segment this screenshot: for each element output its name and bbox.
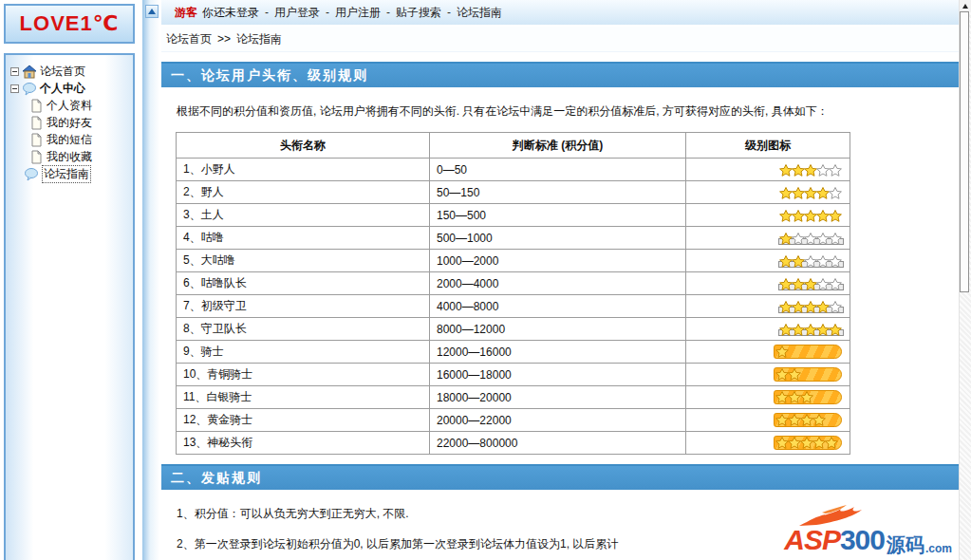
- star-icon: [792, 210, 805, 222]
- separator: -: [447, 6, 451, 19]
- collapse-box-icon[interactable]: [10, 84, 19, 93]
- star-icon: [804, 278, 817, 290]
- sidebar-scroll-up-button[interactable]: [145, 5, 159, 18]
- stars-level-icon: [780, 300, 842, 313]
- rank-range-cell: 50—150: [430, 181, 686, 204]
- star-icon: [779, 255, 793, 268]
- star-icon: [775, 345, 789, 358]
- collapse-box-icon[interactable]: [10, 67, 19, 76]
- user-login-link[interactable]: 用户登录: [274, 5, 320, 21]
- star-icon: [829, 324, 842, 336]
- main-content: 游客 你还未登录 - 用户登录 - 用户注册 - 贴子搜索 - 论坛指南 论坛首…: [161, 0, 959, 560]
- rank-name-cell: 10、青铜骑士: [177, 364, 430, 386]
- sidebar-item-profile[interactable]: 个人资料: [6, 97, 133, 114]
- star-icon: [792, 233, 805, 245]
- rank-name-cell: 2、野人: [177, 181, 430, 204]
- table-row: 1、小野人0—50: [177, 159, 850, 181]
- sidebar-item-friends[interactable]: 我的好友: [6, 114, 133, 131]
- triangle-up-icon: [148, 9, 156, 14]
- balloon-icon: [24, 167, 39, 181]
- scrollbar-thumb[interactable]: [960, 11, 969, 292]
- column-header-criteria: 判断标准 (积分值): [430, 133, 686, 159]
- sidebar-item-favorites[interactable]: 我的收藏: [6, 148, 133, 165]
- star-icon: [788, 414, 801, 426]
- column-header-level-icon: 级别图标: [686, 133, 850, 159]
- rank-name-cell: 8、守卫队长: [177, 318, 430, 341]
- table-row: 4、咕噜500—1000: [177, 227, 850, 250]
- star-icon: [812, 414, 826, 426]
- sidebar-item-forum-home[interactable]: 论坛首页: [6, 63, 133, 80]
- banner-level-icon: [774, 367, 842, 382]
- rank-level-icon-cell: [686, 250, 850, 272]
- watermark-300-text: 300: [840, 526, 885, 554]
- star-icon: [804, 255, 817, 268]
- table-row: 9、骑士12000—16000: [177, 341, 850, 364]
- rank-name-cell: 1、小野人: [177, 159, 430, 181]
- star-icon: [816, 210, 830, 222]
- post-search-link[interactable]: 贴子搜索: [396, 5, 441, 21]
- rank-name-cell: 12、黄金骑士: [177, 409, 430, 432]
- breadcrumb-home-link[interactable]: 论坛首页: [166, 31, 212, 47]
- forum-guide-link[interactable]: 论坛指南: [457, 5, 502, 21]
- watermark-cn-text: 源码: [887, 535, 924, 554]
- scrollbar-up-button[interactable]: [960, 0, 971, 11]
- logo-text: LOVE1℃: [20, 11, 120, 36]
- rank-level-icon-cell: [686, 341, 850, 364]
- breadcrumb-current[interactable]: 论坛指南: [236, 31, 282, 47]
- sidebar-item-label: 我的短信: [47, 132, 92, 148]
- star-icon: [804, 233, 817, 245]
- forum-logo: LOVE1℃: [4, 4, 135, 44]
- banner-level-icon: [774, 436, 842, 450]
- sidebar-item-label: 个人中心: [40, 81, 85, 97]
- stars-level-icon: [780, 232, 842, 245]
- rank-range-cell: 150—500: [430, 204, 686, 227]
- section-title-post-rules: 二、发贴规则: [161, 464, 959, 490]
- sidebar-splitter: [142, 0, 159, 560]
- star-icon: [775, 391, 789, 403]
- user-register-link[interactable]: 用户注册: [335, 5, 381, 21]
- table-row: 7、初级守卫4000—8000: [177, 295, 850, 318]
- rank-level-icon-cell: [686, 432, 850, 455]
- sidebar-item-messages[interactable]: 我的短信: [6, 131, 133, 148]
- table-row: 5、大咕噜1000—2000: [177, 250, 850, 272]
- star-icon: [792, 301, 805, 313]
- watermark-com-text: .com: [925, 543, 952, 554]
- sidebar-item-personal-center[interactable]: 个人中心: [6, 80, 133, 97]
- star-icon: [829, 210, 842, 222]
- star-icon: [779, 278, 793, 290]
- star-icon: [792, 255, 805, 268]
- star-icon: [779, 187, 793, 199]
- sidebar-item-label: 我的好友: [47, 115, 92, 131]
- rank-range-cell: 8000—12000: [430, 318, 686, 341]
- table-row: 11、白银骑士18000—20000: [177, 386, 850, 409]
- rank-level-icon-cell: [686, 159, 850, 181]
- sidebar-item-forum-guide[interactable]: 论坛指南: [19, 165, 133, 182]
- star-icon: [804, 187, 817, 199]
- star-icon: [816, 164, 830, 177]
- watermark-asp-text: ASP: [784, 526, 840, 554]
- rank-name-cell: 7、初级守卫: [177, 295, 430, 318]
- rank-level-icon-cell: [686, 409, 850, 432]
- stars-level-icon: [780, 254, 842, 268]
- sidebar-item-label: 论坛指南: [42, 165, 91, 183]
- star-icon: [816, 187, 830, 199]
- page-scrollbar[interactable]: [959, 0, 971, 560]
- rank-level-icon-cell: [686, 318, 850, 341]
- rank-range-cell: 4000—8000: [430, 295, 686, 318]
- star-icon: [829, 164, 842, 177]
- rank-name-cell: 6、咕噜队长: [177, 272, 430, 295]
- sidebar-tree: 论坛首页 个人中心 个人资料 我的好友 我的短信: [4, 53, 135, 560]
- star-icon: [788, 391, 801, 403]
- guest-badge: 游客: [175, 5, 197, 21]
- table-row: 8、守卫队长8000—12000: [177, 318, 850, 341]
- triangle-up-icon: [962, 4, 968, 9]
- star-icon: [775, 414, 789, 426]
- star-icon: [829, 187, 842, 199]
- stars-level-icon: [780, 186, 842, 199]
- separator: -: [326, 6, 329, 19]
- rank-name-cell: 5、大咕噜: [177, 250, 430, 272]
- stars-level-icon: [780, 277, 842, 290]
- table-row: 6、咕噜队长2000—4000: [177, 272, 850, 295]
- rank-name-cell: 9、骑士: [177, 341, 430, 364]
- table-row: 10、青铜骑士16000—18000: [177, 364, 850, 386]
